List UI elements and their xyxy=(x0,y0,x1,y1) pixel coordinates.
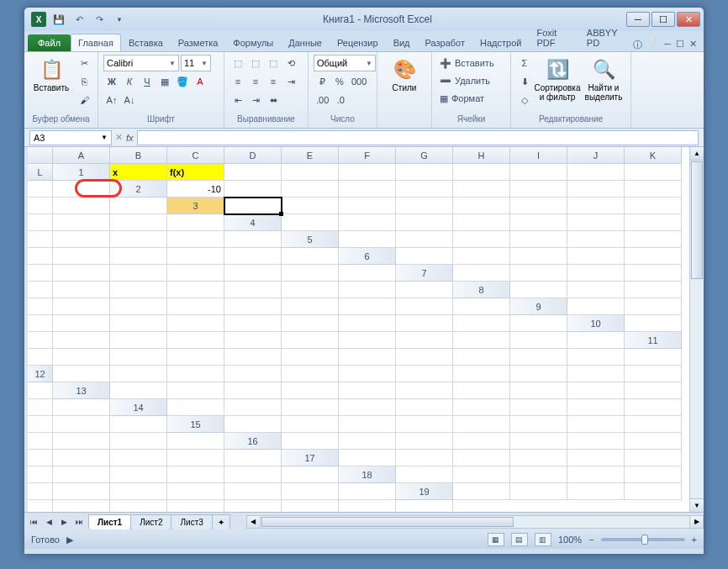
cell-G11[interactable] xyxy=(339,349,396,366)
cell-J17[interactable] xyxy=(167,466,224,483)
cancel-icon[interactable]: ✕ xyxy=(115,132,123,143)
cell-K2[interactable] xyxy=(53,198,110,214)
first-sheet-button[interactable]: ⏮ xyxy=(26,514,41,529)
cell-D18[interactable] xyxy=(567,466,625,483)
cell-H16[interactable] xyxy=(28,450,53,466)
cell-K19[interactable] xyxy=(339,500,396,512)
cell-I11[interactable] xyxy=(453,349,510,366)
cell-D16[interactable] xyxy=(453,433,510,450)
fill-button[interactable]: ⬇ xyxy=(516,73,533,90)
cell-J4[interactable] xyxy=(110,231,167,248)
formula-input[interactable] xyxy=(137,130,699,145)
fill-handle[interactable] xyxy=(279,212,283,216)
cell-A2[interactable]: -10 xyxy=(167,181,224,198)
home-tab[interactable]: Главная xyxy=(71,34,121,51)
cell-L8[interactable] xyxy=(453,298,510,315)
cell-D5[interactable] xyxy=(510,231,567,248)
col-header-E[interactable]: E xyxy=(282,147,339,164)
cell-H11[interactable] xyxy=(396,349,453,366)
cell-H2[interactable] xyxy=(567,181,625,198)
last-sheet-button[interactable]: ⏭ xyxy=(71,514,87,529)
cell-J3[interactable] xyxy=(53,214,110,231)
cell-H10[interactable] xyxy=(339,332,396,349)
comma-button[interactable]: 000 xyxy=(349,73,369,90)
cell-B13[interactable] xyxy=(167,382,224,399)
col-header-B[interactable]: B xyxy=(110,147,167,164)
orientation-button[interactable]: ⟲ xyxy=(282,55,299,71)
cell-K17[interactable] xyxy=(224,466,282,483)
cell-A9[interactable] xyxy=(567,298,625,315)
close-button[interactable]: ✕ xyxy=(677,12,700,27)
row-header-15[interactable]: 15 xyxy=(167,416,224,433)
col-header-L[interactable]: L xyxy=(28,164,53,181)
cell-A10[interactable] xyxy=(625,315,682,332)
cell-K9[interactable] xyxy=(453,315,510,332)
cell-D6[interactable] xyxy=(567,248,625,265)
cell-A14[interactable] xyxy=(167,399,224,416)
cell-F2[interactable] xyxy=(453,181,510,198)
cell-L19[interactable] xyxy=(396,500,453,512)
cell-E8[interactable] xyxy=(53,298,110,315)
cell-C18[interactable] xyxy=(510,466,567,483)
save-button[interactable]: 💾 xyxy=(50,10,68,29)
cell-G14[interactable] xyxy=(510,399,567,416)
cell-G13[interactable] xyxy=(453,382,510,399)
cell-G4[interactable] xyxy=(625,214,682,231)
col-header-C[interactable]: C xyxy=(167,147,224,164)
row-header-1[interactable]: 1 xyxy=(53,164,110,181)
cell-F16[interactable] xyxy=(567,433,625,450)
cell-L15[interactable] xyxy=(167,433,224,450)
cell-L1[interactable] xyxy=(53,181,110,198)
cell-B4[interactable] xyxy=(339,214,396,231)
cell-I13[interactable] xyxy=(567,382,625,399)
cell-E2[interactable] xyxy=(396,181,453,198)
formulas-tab[interactable]: Формулы xyxy=(225,34,281,51)
cell-K13[interactable] xyxy=(28,399,53,416)
cell-J11[interactable] xyxy=(510,349,567,366)
cell-I16[interactable] xyxy=(53,450,110,466)
cell-F8[interactable] xyxy=(110,298,167,315)
cell-B17[interactable] xyxy=(396,450,453,466)
row-header-3[interactable]: 3 xyxy=(167,198,224,214)
cell-L9[interactable] xyxy=(510,315,567,332)
cell-I5[interactable] xyxy=(110,248,167,265)
cell-L18[interactable] xyxy=(339,483,396,500)
decrease-indent-button[interactable]: ⇤ xyxy=(229,92,246,108)
decrease-decimal-button[interactable]: .0 xyxy=(332,92,349,108)
align-top-button[interactable]: ⬚ xyxy=(229,55,246,71)
cell-C9[interactable] xyxy=(28,315,53,332)
cell-B9[interactable] xyxy=(625,298,682,315)
cell-C8[interactable] xyxy=(625,282,682,298)
cell-E6[interactable] xyxy=(625,248,682,265)
cell-K1[interactable] xyxy=(28,181,53,198)
next-sheet-button[interactable]: ▶ xyxy=(56,514,71,529)
insert-cells-button[interactable]: ➕Вставить xyxy=(437,55,511,71)
cell-F1[interactable] xyxy=(396,164,453,181)
new-sheet-button[interactable]: ✦ xyxy=(212,514,230,529)
cell-B16[interactable] xyxy=(339,433,396,450)
cell-G10[interactable] xyxy=(282,332,339,349)
normal-view-button[interactable]: ▦ xyxy=(488,533,504,546)
cell-D13[interactable] xyxy=(282,382,339,399)
cell-J10[interactable] xyxy=(453,332,510,349)
scroll-left-button[interactable]: ◀ xyxy=(247,516,261,528)
col-header-I[interactable]: I xyxy=(510,147,567,164)
prev-sheet-button[interactable]: ◀ xyxy=(41,514,56,529)
cell-E17[interactable] xyxy=(567,450,625,466)
cell-K11[interactable] xyxy=(567,349,625,366)
cell-H14[interactable] xyxy=(567,399,625,416)
cell-C1[interactable] xyxy=(224,164,282,181)
cell-E4[interactable] xyxy=(510,214,567,231)
row-header-17[interactable]: 17 xyxy=(282,450,339,466)
font-name-combo[interactable]: Calibri▼ xyxy=(103,55,179,71)
cell-H13[interactable] xyxy=(510,382,567,399)
developer-tab[interactable]: Разработ xyxy=(418,34,472,51)
cell-I7[interactable] xyxy=(224,282,282,298)
cell-C11[interactable] xyxy=(110,349,167,366)
cell-J9[interactable] xyxy=(396,315,453,332)
increase-indent-button[interactable]: ⇥ xyxy=(247,92,264,108)
row-header-5[interactable]: 5 xyxy=(282,231,339,248)
cell-A13[interactable] xyxy=(110,382,167,399)
cell-A6[interactable] xyxy=(396,248,453,265)
cell-I4[interactable] xyxy=(53,231,110,248)
